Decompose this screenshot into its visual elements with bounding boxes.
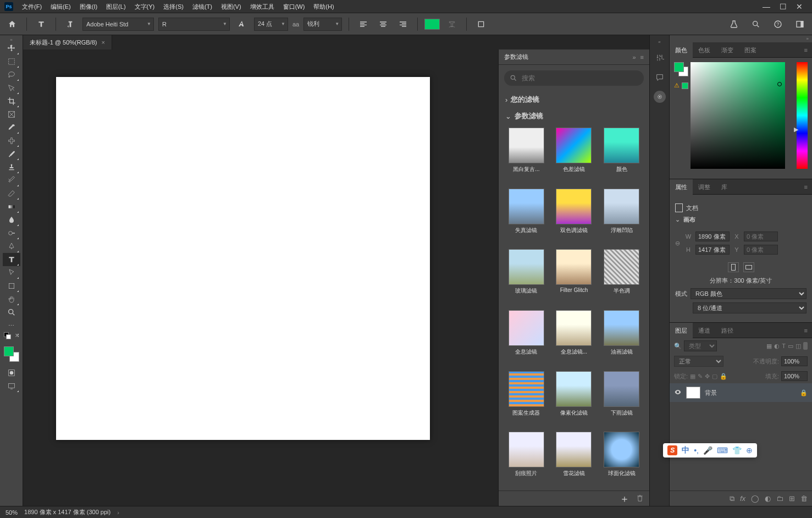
filter-item[interactable]: 黑白复古... xyxy=(505,128,548,183)
window-maximize[interactable]: ☐ xyxy=(775,1,791,12)
tab-gradient[interactable]: 渐变 xyxy=(716,42,739,58)
tab-swatches[interactable]: 色板 xyxy=(693,42,716,58)
zoom-level[interactable]: 50% xyxy=(5,509,18,516)
layers-panel-menu[interactable]: ≡ xyxy=(800,327,812,334)
filter-item[interactable]: 雪花滤镜 xyxy=(553,432,595,487)
stamp-tool[interactable] xyxy=(3,161,20,174)
menu-edit[interactable]: 编辑(E) xyxy=(46,0,75,13)
filter-item[interactable]: 图案生成器 xyxy=(505,371,548,427)
text-align-center[interactable] xyxy=(375,16,391,32)
fill-input[interactable] xyxy=(781,371,808,381)
zoom-tool[interactable] xyxy=(3,306,20,319)
move-tool[interactable] xyxy=(3,42,20,55)
healing-tool[interactable] xyxy=(3,134,20,147)
foreground-color[interactable] xyxy=(4,346,14,356)
doc-dimensions[interactable]: 1890 像素 x 1417 像素 (300 ppi) xyxy=(24,508,111,516)
menu-type[interactable]: 文字(Y) xyxy=(130,0,159,13)
tab-layers[interactable]: 图层 xyxy=(670,323,693,338)
quick-mask-toggle[interactable] xyxy=(3,366,20,379)
filter-item[interactable]: 浮雕凹陷 xyxy=(600,189,643,244)
ime-punct-icon[interactable]: •, xyxy=(694,446,699,455)
tab-channels[interactable]: 通道 xyxy=(693,323,716,338)
dodge-tool[interactable] xyxy=(3,227,20,240)
y-input[interactable] xyxy=(744,245,778,255)
group-layers-icon[interactable]: 🗀 xyxy=(776,494,783,503)
hand-tool[interactable] xyxy=(3,293,20,306)
blur-tool[interactable] xyxy=(3,213,20,227)
shape-tool[interactable] xyxy=(3,279,20,293)
tab-paths[interactable]: 路径 xyxy=(716,323,739,338)
filter-pixel-icon[interactable]: ▦ xyxy=(766,343,772,350)
layer-fx-icon[interactable]: fx xyxy=(740,494,745,503)
adjustment-layer-icon[interactable]: ◐ xyxy=(765,494,771,503)
tab-patterns[interactable]: 图案 xyxy=(739,42,762,58)
filter-search[interactable] xyxy=(504,70,644,86)
window-close[interactable]: ✕ xyxy=(791,1,808,12)
lock-position-icon[interactable]: ✥ xyxy=(705,373,710,380)
visibility-toggle-icon[interactable] xyxy=(674,388,682,398)
text-orientation-toggle[interactable] xyxy=(63,16,78,32)
font-style-select[interactable]: R▼ xyxy=(158,18,230,31)
layer-name[interactable]: 背景 xyxy=(705,389,717,397)
gamut-color[interactable] xyxy=(682,82,688,89)
path-select-tool[interactable] xyxy=(3,266,20,279)
height-input[interactable] xyxy=(695,245,730,255)
blend-mode-select[interactable]: 正常 xyxy=(674,356,723,367)
bit-depth-select[interactable]: 8 位/通道 xyxy=(693,302,807,313)
filter-smart-icon[interactable]: ◫ xyxy=(796,343,801,350)
lock-pixels-icon[interactable]: ▦ xyxy=(690,373,695,380)
experiments-icon[interactable] xyxy=(726,16,742,32)
filter-item[interactable]: 失真滤镜 xyxy=(505,189,548,244)
x-input[interactable] xyxy=(744,232,778,241)
filter-toggle[interactable] xyxy=(803,342,808,350)
filter-item[interactable]: 半色调 xyxy=(600,249,643,305)
lock-all-icon[interactable]: 🔒 xyxy=(720,373,727,380)
ime-lang[interactable]: 中 xyxy=(682,445,689,455)
filter-item[interactable]: Filter Glitch xyxy=(553,249,595,305)
menu-plugins[interactable]: 增效工具 xyxy=(246,0,279,13)
ime-voice-icon[interactable]: 🎤 xyxy=(703,446,712,455)
status-chevron-icon[interactable]: › xyxy=(117,509,119,516)
filter-shape-icon[interactable]: ▭ xyxy=(788,343,793,350)
dock-adjust-icon[interactable] xyxy=(653,51,666,64)
color-field[interactable] xyxy=(691,62,785,169)
color-mode-select[interactable]: RGB 颜色 xyxy=(691,288,807,299)
lock-icon[interactable]: 🔒 xyxy=(800,389,808,396)
home-button[interactable] xyxy=(4,16,20,32)
antialias-select[interactable]: 锐利▼ xyxy=(303,18,342,31)
filter-item[interactable]: 下雨滤镜 xyxy=(600,371,643,427)
lock-artboard-icon[interactable]: ▢ xyxy=(712,373,717,380)
filter-item[interactable]: 球面化滤镜 xyxy=(600,432,643,487)
tab-libraries[interactable]: 库 xyxy=(716,179,733,195)
your-filters-section[interactable]: ›您的滤镜 xyxy=(499,91,649,108)
link-dimensions-icon[interactable]: ⊖ xyxy=(675,240,680,247)
menu-filter[interactable]: 滤镜(T) xyxy=(188,0,217,13)
eyedropper-tool[interactable] xyxy=(3,121,20,134)
delete-filter-button[interactable] xyxy=(636,494,644,504)
tab-adjustments[interactable]: 调整 xyxy=(693,179,716,195)
brush-tool[interactable] xyxy=(3,147,20,161)
panel-menu-icon[interactable]: ≡ xyxy=(640,54,644,60)
warp-text-button[interactable] xyxy=(444,16,460,32)
add-filter-button[interactable]: ＋ xyxy=(620,492,629,505)
filter-type-layer-icon[interactable]: T xyxy=(782,343,786,349)
filter-search-input[interactable] xyxy=(522,74,638,82)
filter-adjust-icon[interactable]: ◐ xyxy=(774,343,780,350)
document-tab[interactable]: 未标题-1 @ 50%(RGB/8)× xyxy=(23,35,112,49)
menu-layer[interactable]: 图层(L) xyxy=(102,0,130,13)
ime-bar[interactable]: S 中 •, 🎤 ⌨ 👕 ⊕ xyxy=(663,443,757,458)
gradient-tool[interactable] xyxy=(3,200,20,213)
tab-properties[interactable]: 属性 xyxy=(670,179,693,195)
filter-item[interactable]: 玻璃滤镜 xyxy=(505,249,548,305)
color-controls[interactable] xyxy=(4,346,19,362)
chevron-down-icon[interactable]: ⌄ xyxy=(675,216,680,223)
eraser-tool[interactable] xyxy=(3,187,20,200)
text-color-swatch[interactable] xyxy=(424,19,440,30)
link-layers-icon[interactable]: ⧉ xyxy=(730,494,734,503)
filter-item[interactable]: 像素化滤镜 xyxy=(553,371,595,427)
close-tab-icon[interactable]: × xyxy=(101,39,104,46)
filter-item[interactable]: 颜色 xyxy=(600,128,643,183)
history-brush-tool[interactable] xyxy=(3,174,20,187)
opacity-input[interactable] xyxy=(781,356,808,366)
text-align-right[interactable] xyxy=(395,16,411,32)
